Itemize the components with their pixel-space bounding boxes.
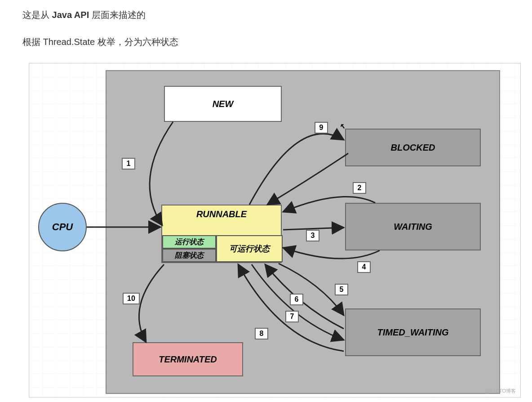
intro-line-1-post: 层面来描述的 (89, 10, 146, 20)
edge-label-10: 10 (123, 293, 140, 304)
edge-label-4: 4 (357, 261, 371, 273)
runnable-label: RUNNABLE (162, 209, 281, 219)
running-substate: 运行状态 (162, 235, 216, 249)
blocked-substate: 阻塞状态 (162, 249, 216, 262)
terminated-state: TERMINATED (133, 342, 243, 376)
timed-waiting-state: TIMED_WAITING (345, 308, 481, 356)
terminated-label: TERMINATED (159, 354, 217, 365)
diagram-frame: CPU ↖ NEW RUNNABLE 运行状态 阻塞状态 可运行状态 BLOCK… (29, 63, 521, 398)
intro-line-1: 这是从 Java API 层面来描述的 (22, 9, 146, 21)
intro-line-1-pre: 这是从 (22, 10, 52, 20)
blocked-state: BLOCKED (345, 129, 481, 166)
runnable-state: RUNNABLE 运行状态 阻塞状态 可运行状态 (161, 205, 282, 263)
edge-label-3: 3 (306, 230, 319, 241)
blocked-label: BLOCKED (391, 143, 435, 153)
watermark: @51CTO博客 (485, 388, 516, 394)
edge-label-7: 7 (285, 311, 299, 322)
cpu-label: CPU (52, 221, 73, 233)
edge-label-5: 5 (335, 284, 348, 295)
edge-label-9: 9 (315, 122, 328, 134)
edge-label-6: 6 (290, 294, 303, 305)
edge-label-1: 1 (122, 158, 135, 170)
new-label: NEW (213, 99, 234, 109)
intro-line-2: 根据 Thread.State 枚举，分为六种状态 (22, 36, 178, 48)
intro-line-1-bold: Java API (52, 10, 89, 20)
waiting-label: WAITING (394, 222, 432, 232)
timed-waiting-label: TIMED_WAITING (377, 327, 449, 338)
cursor-icon: ↖ (339, 122, 345, 130)
edge-label-8: 8 (255, 328, 268, 339)
cpu-node: CPU (38, 203, 87, 251)
runnable-substate: 可运行状态 (216, 235, 283, 262)
new-state: ↖ NEW (164, 86, 282, 122)
edge-label-2: 2 (353, 182, 366, 194)
waiting-state: WAITING (345, 203, 481, 250)
